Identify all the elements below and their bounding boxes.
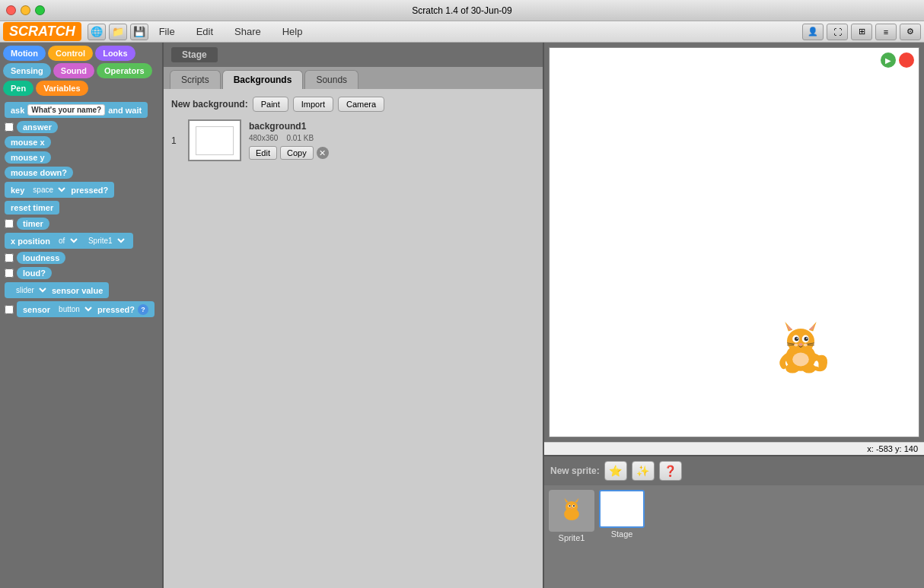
- block-key-pressed-row: key space pressed?: [5, 182, 158, 198]
- ask-wait-block[interactable]: ask What's your name? and wait: [5, 102, 148, 118]
- sprite-item-stage[interactable]: Stage: [599, 490, 645, 539]
- block-mouse-down-row: mouse down?: [5, 167, 158, 179]
- loudness-block[interactable]: loudness: [17, 252, 65, 264]
- background-name: background1: [249, 121, 329, 132]
- answer-block[interactable]: answer: [17, 121, 58, 133]
- timer-checkbox[interactable]: [5, 219, 14, 228]
- background-thumbnail[interactable]: [188, 119, 241, 161]
- stage-controls: [881, 52, 914, 68]
- menu-edit[interactable]: Edit: [192, 24, 218, 39]
- ask-input[interactable]: What's your name?: [27, 104, 105, 116]
- block-mouse-x-row: mouse x: [5, 136, 158, 148]
- new-sprite-star-button[interactable]: ⭐: [604, 461, 627, 481]
- category-sensing[interactable]: Sensing: [3, 63, 51, 78]
- category-variables[interactable]: Variables: [36, 81, 88, 96]
- svg-point-11: [806, 338, 808, 339]
- close-button[interactable]: [6, 5, 16, 15]
- svg-point-28: [569, 505, 570, 507]
- reset-timer-block[interactable]: reset timer: [5, 201, 59, 215]
- titlebar: Scratch 1.4 of 30-Jun-09: [0, 0, 924, 21]
- key-pressed-block[interactable]: key space pressed?: [5, 182, 114, 198]
- timer-block[interactable]: timer: [17, 218, 49, 230]
- sprites-list: Sprite1 Stage: [544, 485, 924, 588]
- tab-content: New background: Paint Import Camera 1 ba…: [164, 89, 543, 588]
- x-position-block[interactable]: x position of Sprite1: [5, 233, 133, 249]
- menu-file[interactable]: File: [155, 24, 180, 39]
- svg-point-10: [797, 338, 798, 339]
- block-sensor-btn-row: sensor button pressed? ?: [5, 301, 158, 317]
- scratch-logo: SCRATCH: [3, 22, 81, 41]
- maximize-button[interactable]: [35, 5, 45, 15]
- category-looks[interactable]: Looks: [95, 46, 135, 61]
- loudness-checkbox[interactable]: [5, 253, 14, 262]
- category-motion[interactable]: Motion: [3, 46, 46, 61]
- category-buttons: Motion Control Looks Sensing Sound Opera…: [0, 43, 162, 99]
- key-dropdown[interactable]: space: [27, 184, 68, 195]
- menu-help[interactable]: Help: [278, 24, 307, 39]
- save-icon[interactable]: 💾: [130, 24, 148, 40]
- grid-view-icon[interactable]: ⊞: [851, 24, 872, 40]
- fullscreen-icon[interactable]: ⛶: [827, 24, 848, 40]
- sensor-btn-block[interactable]: sensor button pressed? ?: [17, 301, 155, 317]
- svg-point-9: [805, 337, 808, 341]
- tab-scripts[interactable]: Scripts: [170, 70, 221, 89]
- mouse-down-block[interactable]: mouse down?: [5, 167, 73, 179]
- mouse-x-block[interactable]: mouse x: [5, 136, 51, 148]
- new-sprite-bar: New sprite: ⭐ ✨ ❓: [544, 456, 924, 485]
- category-operators[interactable]: Operators: [97, 63, 152, 78]
- new-background-label: New background:: [171, 99, 248, 110]
- block-loudness-row: loudness: [5, 252, 158, 264]
- block-slider-sensor-row: slider sensor value: [5, 282, 158, 298]
- list-view-icon[interactable]: ≡: [875, 24, 897, 40]
- svg-point-12: [798, 343, 802, 346]
- answer-checkbox[interactable]: [5, 122, 14, 132]
- x-pos-of-dropdown[interactable]: of: [53, 235, 80, 246]
- block-ask-wait[interactable]: ask What's your name? and wait: [5, 102, 158, 118]
- block-loud-row: loud?: [5, 267, 158, 279]
- tab-sounds[interactable]: Sounds: [304, 70, 358, 89]
- mouse-y-block[interactable]: mouse y: [5, 151, 51, 164]
- copy-background-button[interactable]: Copy: [280, 146, 314, 160]
- delete-background-button[interactable]: ✕: [317, 147, 329, 159]
- loud-block[interactable]: loud?: [17, 267, 52, 279]
- x-pos-sprite-dropdown[interactable]: Sprite1: [83, 235, 127, 246]
- right-panel: x: -583 y: 140 New sprite: ⭐ ✨ ❓: [544, 43, 924, 588]
- sensor-help-icon[interactable]: ?: [138, 304, 148, 315]
- category-control[interactable]: Control: [48, 46, 93, 61]
- sensor-dropdown[interactable]: button: [53, 304, 94, 315]
- loud-checkbox[interactable]: [5, 269, 14, 278]
- background-number: 1: [171, 135, 180, 146]
- svg-marker-24: [565, 498, 569, 503]
- import-button[interactable]: Import: [293, 97, 333, 112]
- tab-backgrounds[interactable]: Backgrounds: [222, 70, 304, 89]
- paint-button[interactable]: Paint: [253, 97, 288, 112]
- settings-icon[interactable]: ⚙: [900, 24, 921, 40]
- coords-display: x: -583 y: 140: [544, 442, 924, 455]
- menu-share[interactable]: Share: [230, 24, 266, 39]
- new-sprite-label: New sprite:: [550, 466, 600, 476]
- window-controls[interactable]: [6, 5, 45, 15]
- slider-sensor-block[interactable]: slider sensor value: [5, 282, 109, 298]
- block-mouse-y-row: mouse y: [5, 151, 158, 164]
- minimize-button[interactable]: [21, 5, 30, 15]
- svg-point-19: [792, 353, 809, 367]
- new-sprite-wand-button[interactable]: ✨: [632, 461, 655, 481]
- block-reset-timer-row: reset timer: [5, 201, 158, 215]
- category-pen[interactable]: Pen: [3, 81, 33, 96]
- stop-button[interactable]: [899, 52, 914, 68]
- new-sprite-help-button[interactable]: ❓: [659, 461, 682, 481]
- edit-background-button[interactable]: Edit: [249, 146, 277, 160]
- stage-label-sprite: Stage: [611, 529, 633, 539]
- sprite-item-sprite1[interactable]: Sprite1: [549, 490, 594, 542]
- slider-dropdown[interactable]: slider: [11, 284, 49, 296]
- backgrounds-list: 1 background1 480x360 0.01 KB Edit: [171, 119, 535, 161]
- globe-icon[interactable]: 🌐: [88, 24, 106, 40]
- folder-icon[interactable]: 📁: [109, 24, 127, 40]
- sensor-btn-checkbox[interactable]: [5, 305, 14, 314]
- user-icon[interactable]: 👤: [802, 24, 824, 40]
- camera-button[interactable]: Camera: [338, 97, 384, 112]
- green-flag-button[interactable]: [881, 52, 896, 68]
- new-background-bar: New background: Paint Import Camera: [171, 97, 535, 112]
- block-x-pos-row: x position of Sprite1: [5, 233, 158, 249]
- category-sound[interactable]: Sound: [53, 63, 94, 78]
